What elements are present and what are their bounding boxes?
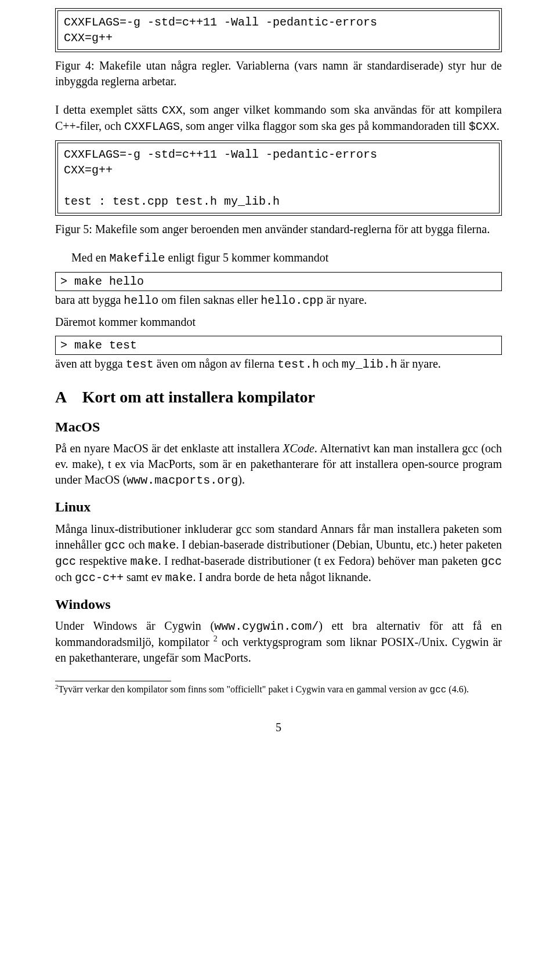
paragraph-windows: Under Windows är Cygwin (www.cygwin.com/… [55,618,502,666]
command-box-make-hello: > make hello [55,272,502,291]
code-inline: gcc [104,539,125,552]
page-number: 5 [55,720,502,735]
text: . I andra borde de heta något liknande. [193,571,371,583]
code-inline: test.h [277,358,319,371]
code-content: CXXFLAGS=-g -std=c++11 -Wall -pedantic-e… [57,143,500,213]
text: , som anger vilka flaggor som ska ges på… [180,119,469,132]
code-inline: www.cygwin.com/ [214,620,319,633]
paragraph-macos: På en nyare MacOS är det enklaste att in… [55,441,502,488]
text: enligt figur 5 kommer kommandot [165,251,329,264]
footnote-rule [55,681,171,681]
code-inline: gcc [55,555,76,568]
code-inline: gcc [481,555,502,568]
code-inline: my_lib.h [342,358,397,371]
code-inline: gcc-c++ [75,571,124,585]
subheading-windows: Windows [55,595,502,614]
paragraph-daremot: Däremot kommer kommandot [55,314,502,330]
text: bara att bygga [55,293,124,306]
code-box-figure-5: CXXFLAGS=-g -std=c++11 -Wall -pedantic-e… [55,140,502,216]
document-page: CXXFLAGS=-g -std=c++11 -Wall -pedantic-e… [0,0,557,980]
subheading-macos: MacOS [55,418,502,436]
text: samt ev [124,571,165,583]
paragraph-makefile-intro: Med en Makefile enligt figur 5 kommer ko… [55,250,502,266]
footnote-reference: 2 [214,634,218,643]
code-inline: $CXX [469,120,497,133]
appendix-a-heading: A Kort om att installera kompilator [55,386,502,408]
text: ). [238,473,245,486]
code-inline: make [165,571,193,585]
code-inline: hello [124,294,158,307]
code-inline: hello.cpp [261,294,323,307]
code-inline: www.macports.org [126,474,238,487]
code-inline: make [130,555,158,568]
code-inline: gcc [430,685,447,695]
text: . I redhat-baserade distributioner (t ex… [158,554,481,567]
text: om filen saknas eller [158,293,261,306]
paragraph-hello-build: bara att bygga hello om filen saknas ell… [55,292,502,308]
text: även om någon av filerna [154,357,277,370]
code-inline: CXX [162,104,183,117]
subheading-linux: Linux [55,498,502,516]
text: och [55,571,75,583]
text: Tyvärr verkar den kompilator som finns s… [59,684,430,694]
paragraph-test-build: även att bygga test även om någon av fil… [55,356,502,372]
text: och [319,357,342,370]
code-inline: Makefile [110,252,165,265]
figure-4-caption: Figur 4: Makefile utan några regler. Var… [55,58,502,89]
text: Under Windows är Cygwin ( [55,619,214,632]
italic-text: XCode [283,442,314,455]
code-content: CXXFLAGS=-g -std=c++11 -Wall -pedantic-e… [57,10,500,50]
paragraph-cxx-explanation: I detta exemplet sätts CXX, som anger vi… [55,102,502,135]
command-box-make-test: > make test [55,336,502,355]
code-box-figure-4: CXXFLAGS=-g -std=c++11 -Wall -pedantic-e… [55,8,502,52]
text: är nyare. [397,357,441,370]
text: även att bygga [55,357,126,370]
text: På en nyare MacOS är det enklaste att in… [55,442,283,455]
text: . I debian-baserade distributioner (Debi… [176,538,502,551]
paragraph-linux: Många linux-distributioner inkluderar gc… [55,521,502,586]
code-inline: make [148,539,176,552]
code-inline: test [126,358,154,371]
text: respektive [76,554,130,567]
text: (4.6). [446,684,469,694]
text: är nyare. [323,293,367,306]
figure-5-caption: Figur 5: Makefile som anger beroenden me… [55,222,502,237]
code-inline: CXXFLAGS [124,120,180,133]
text: . [497,119,500,132]
footnote-2: 2Tyvärr verkar den kompilator som finns … [55,684,502,696]
text: Med en [71,251,110,264]
text: I detta exemplet sätts [55,103,162,116]
text: och [125,538,148,551]
